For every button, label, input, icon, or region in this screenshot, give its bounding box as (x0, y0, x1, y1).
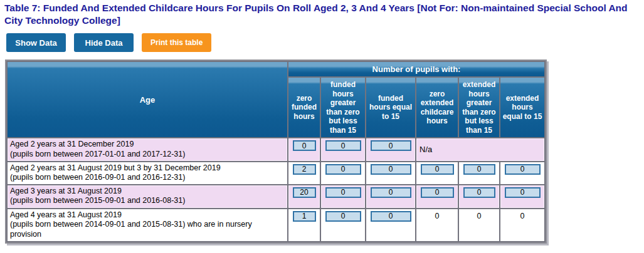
age-line-2: (pupils born between 2016-09-01 and 2016… (10, 173, 285, 183)
show-data-button[interactable]: Show Data (6, 33, 66, 52)
hide-data-button[interactable]: Hide Data (74, 33, 134, 52)
funded-hours-gt-zero-input[interactable] (325, 140, 361, 151)
age-cell: Aged 2 years at 31 December 2019 (pupils… (8, 138, 287, 160)
zero-extended-childcare-input[interactable] (421, 164, 454, 175)
age-line-1: Aged 3 years at 31 August 2019 (10, 187, 285, 197)
age-cell: Aged 4 years at 31 August 2019 (pupils b… (8, 209, 287, 241)
funded-hours-equal-15-input[interactable] (371, 164, 411, 175)
extended-hours-equal-15-input[interactable] (505, 187, 541, 198)
toolbar: Show Data Hide Data Print this table (6, 33, 644, 52)
age-line-1: Aged 2 years at 31 December 2019 (10, 140, 285, 150)
zero-funded-hours-input[interactable] (293, 140, 316, 151)
extended-hours-equal-15-input[interactable] (505, 164, 541, 175)
extended-hours-equal-15-value: 0 (500, 209, 544, 241)
age-column-header: Age (8, 62, 287, 137)
table-row-aged-4: Aged 4 years at 31 August 2019 (pupils b… (8, 209, 544, 241)
table-row-aged-3: Aged 3 years at 31 August 2019 (pupils b… (8, 185, 544, 208)
funded-hours-equal-15-input[interactable] (371, 140, 411, 151)
not-applicable-cell: N/a (416, 138, 544, 160)
age-line-1: Aged 4 years at 31 August 2019 (10, 210, 285, 220)
extended-hours-gt-zero-input[interactable] (463, 187, 495, 198)
age-line-2: (pupils born between 2015-09-01 and 2016… (10, 196, 285, 206)
print-table-button[interactable]: Print this table (142, 33, 211, 52)
col-header-zero-extended-childcare-hours: zero extended childcare hours (416, 78, 458, 137)
col-header-extended-hours-gt-zero-lt-15: extended hours greater than zero but les… (459, 78, 499, 137)
page-title: Table 7: Funded And Extended Childcare H… (4, 2, 640, 27)
funded-hours-equal-15-input[interactable] (371, 187, 411, 198)
age-cell: Aged 3 years at 31 August 2019 (pupils b… (8, 185, 287, 208)
age-line-2: (pupils born between 2014-09-01 and 2015… (10, 220, 285, 239)
funded-hours-equal-15-input[interactable] (371, 211, 411, 222)
table-row-aged-2-december: Aged 2 years at 31 December 2019 (pupils… (8, 138, 544, 160)
extended-hours-gt-zero-input[interactable] (463, 164, 495, 175)
age-cell: Aged 2 years at 31 August 2019 but 3 by … (8, 162, 287, 184)
zero-funded-hours-input[interactable] (293, 211, 316, 222)
col-header-zero-funded-hours: zero funded hours (288, 78, 320, 137)
funded-hours-gt-zero-input[interactable] (325, 187, 361, 198)
col-header-funded-hours-gt-zero-lt-15: funded hours greater than zero but less … (321, 78, 365, 137)
zero-extended-childcare-input[interactable] (421, 187, 454, 198)
group-header-number-of-pupils: Number of pupils with: (288, 62, 544, 76)
childcare-hours-table: Age Number of pupils with: zero funded h… (5, 59, 547, 243)
age-line-2: (pupils born between 2017-01-01 and 2017… (10, 150, 285, 160)
zero-funded-hours-input[interactable] (293, 187, 316, 198)
extended-hours-gt-zero-value: 0 (459, 209, 499, 241)
col-header-extended-hours-equal-15: extended hours equal to 15 (500, 78, 544, 137)
table-row-aged-2-august: Aged 2 years at 31 August 2019 but 3 by … (8, 162, 544, 184)
funded-hours-gt-zero-input[interactable] (325, 211, 361, 222)
zero-extended-childcare-value: 0 (416, 209, 458, 241)
age-line-1: Aged 2 years at 31 August 2019 but 3 by … (10, 163, 285, 173)
funded-hours-gt-zero-input[interactable] (325, 164, 361, 175)
col-header-funded-hours-equal-15: funded hours equal to 15 (366, 78, 415, 137)
zero-funded-hours-input[interactable] (293, 164, 316, 175)
